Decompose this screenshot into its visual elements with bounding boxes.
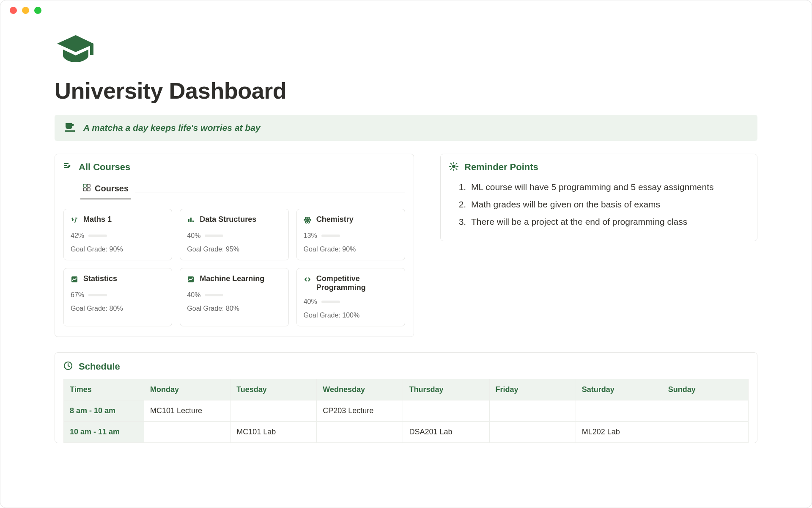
course-progress-bar	[321, 301, 340, 303]
quote-text: A matcha a day keeps life's worries at b…	[83, 123, 261, 133]
course-name: Maths 1	[83, 215, 112, 224]
course-name: Data Structures	[200, 215, 256, 224]
course-name: Statistics	[83, 274, 117, 283]
course-progress-label: 40%	[304, 298, 317, 306]
course-tile[interactable]: Statistics67%Goal Grade: 80%	[63, 268, 172, 326]
schedule-time-cell: 8 am - 10 am	[64, 400, 144, 422]
schedule-cell[interactable]: ML202 Lab	[576, 422, 662, 443]
course-goal-grade: Goal Grade: 80%	[71, 305, 165, 312]
course-tile[interactable]: Machine Learning40%Goal Grade: 80%	[180, 268, 288, 326]
schedule-cell[interactable]	[576, 400, 662, 422]
schedule-cell[interactable]	[230, 400, 317, 422]
tab-courses-label: Courses	[95, 184, 129, 193]
page-title: University Dashboard	[55, 77, 757, 104]
course-tile[interactable]: Competitive Programming40%Goal Grade: 10…	[296, 268, 405, 326]
schedule-cell[interactable]	[662, 400, 748, 422]
course-goal-grade: Goal Grade: 95%	[187, 246, 281, 253]
schedule-cell[interactable]	[489, 400, 576, 422]
clock-icon	[63, 361, 73, 372]
reminder-item: There will be a project at the end of pr…	[469, 213, 749, 231]
course-progress-label: 13%	[304, 232, 317, 240]
course-name: Competitive Programming	[316, 274, 398, 292]
course-progress-bar	[88, 294, 107, 296]
code-icon	[304, 274, 311, 285]
schedule-title: Schedule	[79, 361, 120, 372]
window-titlebar	[0, 0, 812, 20]
schedule-column-header: Saturday	[576, 379, 662, 400]
chart-icon	[71, 274, 78, 285]
tab-courses[interactable]: Courses	[80, 180, 131, 199]
course-progress-label: 40%	[187, 232, 200, 240]
reminders-list: ML course will have 5 programming and 5 …	[449, 179, 749, 231]
reminders-title: Reminder Points	[464, 162, 538, 173]
schedule-column-header: Wednesday	[317, 379, 403, 400]
cup-icon	[65, 122, 76, 133]
course-grid: Maths 142%Goal Grade: 90%Data Structures…	[63, 209, 405, 326]
course-tile[interactable]: Data Structures40%Goal Grade: 95%	[180, 209, 288, 260]
course-progress-label: 67%	[71, 291, 84, 299]
schedule-cell[interactable]	[403, 400, 489, 422]
window-close-button[interactable]	[10, 7, 17, 14]
course-progress-bar	[205, 235, 223, 237]
schedule-cell[interactable]: DSA201 Lab	[403, 422, 489, 443]
schedule-cell[interactable]	[662, 422, 748, 443]
schedule-row: 10 am - 11 amMC101 LabDSA201 LabML202 La…	[64, 422, 749, 443]
schedule-column-header: Times	[64, 379, 144, 400]
formula-icon	[71, 215, 78, 226]
schedule-row: 8 am - 10 amMC101 LectureCP203 Lecture	[64, 400, 749, 422]
schedule-cell[interactable]: MC101 Lecture	[144, 400, 230, 422]
reminders-card: Reminder Points ML course will have 5 pr…	[440, 154, 757, 241]
course-progress-bar	[205, 294, 223, 296]
schedule-cell[interactable]: MC101 Lab	[230, 422, 317, 443]
reminder-item: ML course will have 5 programming and 5 …	[469, 179, 749, 196]
reminder-item: Math grades will be given on the basis o…	[469, 196, 749, 213]
window-minimize-button[interactable]	[22, 7, 29, 14]
tab-rail	[135, 193, 405, 193]
atom-icon	[304, 215, 311, 226]
course-goal-grade: Goal Grade: 100%	[304, 312, 398, 319]
sun-icon	[449, 162, 458, 173]
course-name: Machine Learning	[200, 274, 264, 283]
app-window: University Dashboard A matcha a day keep…	[0, 0, 812, 508]
course-progress-label: 40%	[187, 291, 200, 299]
schedule-cell[interactable]	[317, 422, 403, 443]
bars-icon	[187, 215, 195, 226]
schedule-time-cell: 10 am - 11 am	[64, 422, 144, 443]
schedule-header-row: TimesMondayTuesdayWednesdayThursdayFrida…	[64, 379, 749, 400]
schedule-body: 8 am - 10 amMC101 LectureCP203 Lecture10…	[64, 400, 749, 443]
course-goal-grade: Goal Grade: 90%	[71, 246, 165, 253]
course-progress-label: 42%	[71, 232, 84, 240]
schedule-card: Schedule TimesMondayTuesdayWednesdayThur…	[55, 352, 757, 443]
schedule-column-header: Thursday	[403, 379, 489, 400]
schedule-column-header: Monday	[144, 379, 230, 400]
schedule-column-header: Friday	[489, 379, 576, 400]
graduation-cap-icon	[55, 33, 757, 67]
chart-icon	[187, 274, 195, 285]
course-tile[interactable]: Maths 142%Goal Grade: 90%	[63, 209, 172, 260]
schedule-cell[interactable]	[489, 422, 576, 443]
course-tile[interactable]: Chemistry13%Goal Grade: 90%	[296, 209, 405, 260]
schedule-column-header: Tuesday	[230, 379, 317, 400]
gallery-icon	[83, 184, 91, 193]
course-name: Chemistry	[316, 215, 354, 224]
all-courses-title: All Courses	[79, 162, 130, 173]
schedule-column-header: Sunday	[662, 379, 748, 400]
quote-callout: A matcha a day keeps life's worries at b…	[55, 115, 757, 141]
page-content: University Dashboard A matcha a day keep…	[0, 20, 812, 443]
course-progress-bar	[321, 235, 340, 237]
schedule-cell[interactable]: CP203 Lecture	[317, 400, 403, 422]
course-goal-grade: Goal Grade: 90%	[304, 246, 398, 253]
window-zoom-button[interactable]	[34, 7, 41, 14]
course-progress-bar	[88, 235, 107, 237]
list-edit-icon	[63, 162, 73, 173]
schedule-table: TimesMondayTuesdayWednesdayThursdayFrida…	[63, 379, 749, 443]
all-courses-card: All Courses Courses Maths 142%Goal Grade…	[55, 154, 414, 337]
schedule-cell[interactable]	[144, 422, 230, 443]
course-goal-grade: Goal Grade: 80%	[187, 305, 281, 312]
